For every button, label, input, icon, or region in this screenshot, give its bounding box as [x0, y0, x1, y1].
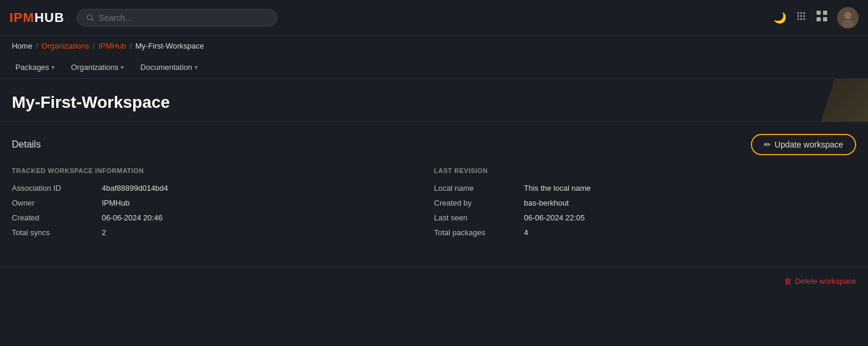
- theme-icon[interactable]: 🌙: [773, 11, 786, 24]
- svg-rect-12: [823, 11, 827, 15]
- grid-icon[interactable]: [796, 11, 806, 24]
- created-by-val: bas-berkhout: [524, 198, 569, 207]
- top-nav: Packages ▾ Organizations ▾ Documentation…: [0, 56, 868, 79]
- svg-point-4: [804, 12, 805, 14]
- breadcrumb-current: My-First-Workspace: [135, 41, 204, 50]
- owner-val: IPMHub: [102, 198, 130, 207]
- breadcrumb-home[interactable]: Home: [12, 41, 33, 50]
- svg-point-9: [801, 18, 802, 20]
- details-title: Details: [12, 139, 41, 150]
- association-id-key: Association ID: [12, 184, 95, 193]
- total-syncs-val: 2: [102, 228, 106, 237]
- svg-point-16: [844, 12, 851, 19]
- logo-ipm: IPM: [9, 10, 34, 25]
- nav-packages-label: Packages: [15, 63, 49, 72]
- total-syncs-row: Total syncs 2: [12, 228, 411, 237]
- apps-icon[interactable]: [816, 10, 828, 25]
- breadcrumb-sep-1: /: [36, 41, 38, 50]
- svg-rect-11: [817, 11, 821, 15]
- search-input[interactable]: [99, 13, 267, 23]
- nav-documentation[interactable]: Documentation ▾: [134, 59, 203, 75]
- svg-rect-14: [823, 17, 827, 21]
- svg-point-8: [798, 18, 799, 20]
- nav-organizations[interactable]: Organizations ▾: [65, 59, 130, 75]
- svg-point-3: [801, 12, 802, 14]
- breadcrumb-organizations[interactable]: Organizations: [41, 41, 89, 50]
- breadcrumb-sep-3: /: [130, 41, 132, 50]
- avatar[interactable]: [837, 7, 859, 28]
- local-name-val: This the local name: [524, 184, 591, 193]
- svg-point-17: [842, 20, 854, 28]
- breadcrumb: Home / Organizations / IPMHub / My-First…: [0, 36, 868, 56]
- total-syncs-key: Total syncs: [12, 228, 95, 237]
- page-title-section: My-First-Workspace: [0, 79, 868, 122]
- total-packages-val: 4: [524, 228, 528, 237]
- page-title: My-First-Workspace: [12, 93, 856, 112]
- delete-icon: 🗑: [784, 277, 792, 286]
- dots-grid-icon: [796, 11, 806, 21]
- owner-key: Owner: [12, 198, 95, 207]
- local-name-key: Local name: [434, 184, 517, 193]
- search-icon: [86, 14, 94, 22]
- last-revision-col: LAST REVISION Local name This the local …: [434, 167, 857, 243]
- delete-workspace-button[interactable]: 🗑 Delete workspace: [784, 277, 856, 286]
- last-seen-row: Last seen 06-06-2024 22:05: [434, 213, 833, 222]
- tracked-info-label: TRACKED WORKSPACE INFORMATION: [12, 167, 411, 177]
- last-seen-key: Last seen: [434, 213, 517, 222]
- details-header: Details ✏ Update workspace: [12, 134, 856, 155]
- page-title-bg: [821, 79, 868, 121]
- svg-point-7: [804, 15, 805, 17]
- tracked-info-col: TRACKED WORKSPACE INFORMATION Associatio…: [12, 167, 434, 243]
- details-section: Details ✏ Update workspace TRACKED WORKS…: [0, 122, 868, 255]
- total-packages-row: Total packages 4: [434, 228, 833, 237]
- breadcrumb-ipmhub[interactable]: IPMHub: [98, 41, 126, 50]
- svg-point-6: [801, 15, 802, 17]
- created-key: Created: [12, 213, 95, 222]
- created-val: 06-06-2024 20:46: [102, 213, 163, 222]
- update-workspace-button[interactable]: ✏ Update workspace: [751, 134, 856, 155]
- nav-packages[interactable]: Packages ▾: [9, 59, 60, 75]
- edit-icon: ✏: [764, 140, 771, 149]
- avatar-image: [837, 7, 859, 28]
- local-name-row: Local name This the local name: [434, 184, 833, 193]
- svg-point-5: [798, 15, 799, 17]
- update-workspace-label: Update workspace: [775, 140, 843, 149]
- header: IPM HUB 🌙: [0, 0, 868, 36]
- search-bar[interactable]: [76, 9, 277, 27]
- svg-point-10: [804, 18, 805, 20]
- nav-documentation-label: Documentation: [140, 63, 192, 72]
- documentation-arrow-icon: ▾: [195, 64, 198, 71]
- logo-hub: HUB: [34, 10, 64, 25]
- last-revision-label: LAST REVISION: [434, 167, 833, 177]
- footer-actions: 🗑 Delete workspace: [0, 267, 868, 297]
- total-packages-key: Total packages: [434, 228, 517, 237]
- created-row: Created 06-06-2024 20:46: [12, 213, 411, 222]
- svg-line-1: [92, 19, 93, 21]
- svg-point-2: [798, 12, 799, 14]
- organizations-arrow-icon: ▾: [121, 64, 124, 71]
- apps-grid-icon: [816, 10, 828, 22]
- created-by-key: Created by: [434, 198, 517, 207]
- info-grid: TRACKED WORKSPACE INFORMATION Associatio…: [12, 167, 856, 243]
- packages-arrow-icon: ▾: [51, 64, 54, 71]
- breadcrumb-sep-2: /: [93, 41, 95, 50]
- last-seen-val: 06-06-2024 22:05: [524, 213, 585, 222]
- created-by-row: Created by bas-berkhout: [434, 198, 833, 207]
- header-right: 🌙: [773, 7, 859, 28]
- nav-organizations-label: Organizations: [71, 63, 118, 72]
- svg-rect-13: [817, 17, 821, 21]
- owner-row: Owner IPMHub: [12, 198, 411, 207]
- association-id-val: 4baf88899d014bd4: [102, 184, 168, 193]
- delete-workspace-label: Delete workspace: [795, 277, 856, 286]
- logo[interactable]: IPM HUB: [9, 10, 64, 25]
- association-id-row: Association ID 4baf88899d014bd4: [12, 184, 411, 193]
